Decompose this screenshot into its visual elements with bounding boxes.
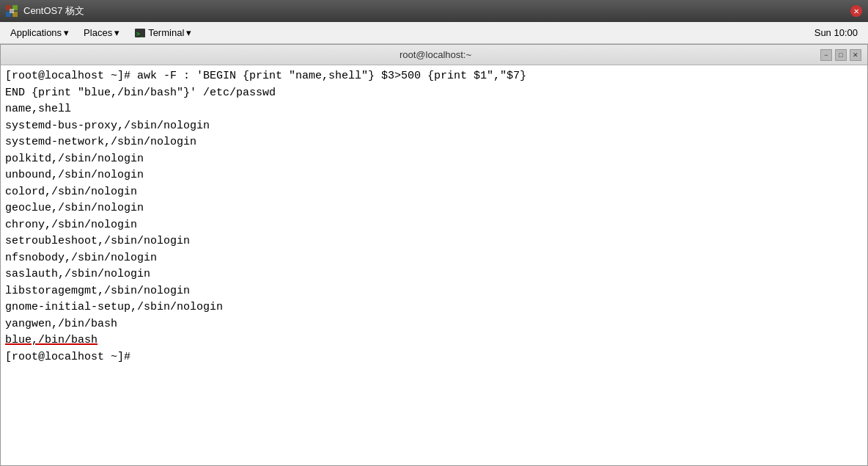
system-clock: Sun 10:00 (814, 27, 865, 38)
svg-text:>_: >_ (136, 31, 144, 37)
terminal-menu[interactable]: >_ Terminal ▾ (127, 24, 199, 42)
places-arrow-icon: ▾ (114, 27, 119, 38)
window-titlebar: CentOS7 杨文 ✕ (0, 0, 868, 22)
terminal-label: Terminal (148, 27, 184, 38)
terminal-line: yangwen,/bin/bash (5, 316, 863, 333)
terminal-line: nfsnobody,/sbin/nologin (5, 250, 863, 267)
terminal-icon: >_ (134, 27, 146, 39)
terminal-titlebar: root@localhost:~ − □ ✕ (1, 45, 867, 65)
places-label: Places (84, 27, 112, 38)
window-title: CentOS7 杨文 (23, 4, 845, 18)
centos-logo-icon (6, 5, 18, 17)
terminal-window-title: root@localhost:~ (51, 49, 820, 60)
places-menu[interactable]: Places ▾ (76, 24, 127, 41)
terminal-maximize-button[interactable]: □ (835, 49, 847, 61)
terminal-line: gnome-initial-setup,/sbin/nologin (5, 299, 863, 316)
terminal-line: END {print "blue,/bin/bash"}' /etc/passw… (5, 85, 863, 102)
terminal-content[interactable]: [root@localhost ~]# awk -F : 'BEGIN {pri… (1, 65, 867, 465)
terminal-line: [root@localhost ~]# (5, 349, 863, 366)
terminal-line: colord,/sbin/nologin (5, 184, 863, 201)
terminal-close-button[interactable]: ✕ (850, 49, 861, 61)
terminal-line: name,shell (5, 101, 863, 118)
menu-bar: Applications ▾ Places ▾ >_ Terminal ▾ Su… (0, 22, 868, 44)
terminal-line: setroubleshoot,/sbin/nologin (5, 233, 863, 250)
terminal-line: chrony,/sbin/nologin (5, 217, 863, 234)
terminal-arrow-icon: ▾ (186, 27, 191, 38)
applications-label: Applications (10, 27, 62, 38)
terminal-line: systemd-network,/sbin/nologin (5, 134, 863, 151)
applications-menu[interactable]: Applications ▾ (3, 24, 76, 41)
terminal-line: libstoragemgmt,/sbin/nologin (5, 283, 863, 300)
window-close-button[interactable]: ✕ (850, 5, 862, 17)
terminal-line: systemd-bus-proxy,/sbin/nologin (5, 118, 863, 135)
terminal-line: saslauth,/sbin/nologin (5, 266, 863, 283)
terminal-line: polkitd,/sbin/nologin (5, 151, 863, 168)
applications-arrow-icon: ▾ (64, 27, 69, 38)
terminal-line: unbound,/sbin/nologin (5, 167, 863, 184)
svg-rect-4 (10, 9, 14, 13)
terminal-window-controls: − □ ✕ (820, 49, 861, 61)
terminal-line: [root@localhost ~]# awk -F : 'BEGIN {pri… (5, 68, 863, 85)
menu-bar-left: Applications ▾ Places ▾ >_ Terminal ▾ (3, 24, 199, 42)
terminal-line: geoclue,/sbin/nologin (5, 200, 863, 217)
terminal-line: blue,/bin/bash (5, 332, 863, 349)
terminal-window: root@localhost:~ − □ ✕ [root@localhost ~… (0, 44, 868, 466)
terminal-minimize-button[interactable]: − (820, 49, 832, 61)
